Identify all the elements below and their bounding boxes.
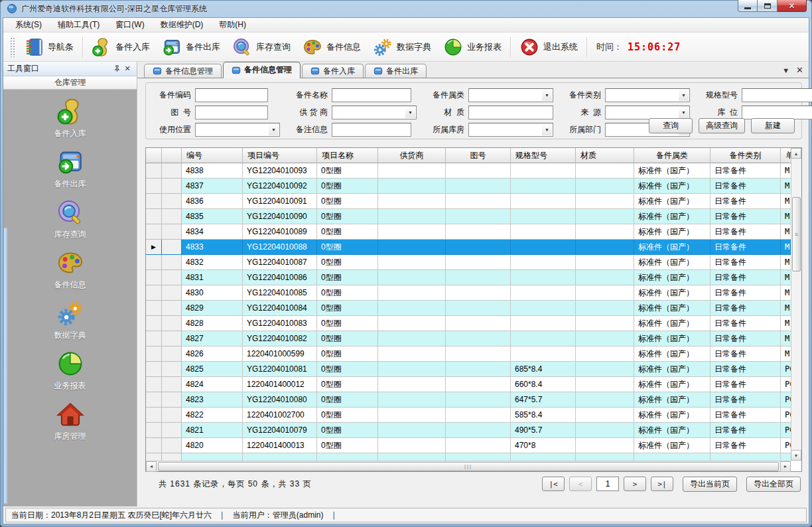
toolbar-exit-system-button[interactable]: 退出系统	[513, 35, 584, 60]
column-header-supplier[interactable]: 供货商	[378, 148, 446, 163]
toolbar-business-report-button[interactable]: 业务报表	[437, 35, 508, 60]
tab-0[interactable]: 备件信息管理	[144, 64, 222, 78]
chevron-down-icon[interactable]: ▼	[405, 107, 415, 118]
chevron-down-icon[interactable]: ▼	[542, 90, 552, 101]
page-number-input[interactable]	[596, 477, 619, 491]
table-row[interactable]: ▶4833YG122040100880型圈标准件（国产）日常备件M	[146, 240, 791, 255]
vertical-scroll-thumb[interactable]: ≡	[792, 197, 801, 271]
sidebar-item-warehouse-mgmt[interactable]: 库房管理	[54, 400, 86, 442]
next-page-button[interactable]: >	[624, 477, 646, 491]
scroll-up-icon[interactable]: ▲	[791, 148, 801, 159]
source-select[interactable]: ▼	[605, 106, 690, 119]
table-row[interactable]: 4831YG122040100860型圈标准件（国产）日常备件M	[146, 270, 791, 285]
toolbar-data-dict-button[interactable]: 数据字典	[367, 35, 437, 60]
toolbar-stock-out-button[interactable]: 备件出库	[156, 35, 226, 60]
new-button[interactable]: 新建	[751, 118, 795, 133]
sidebar-scrollbar[interactable]	[4, 228, 7, 504]
table-row[interactable]: 4835YG122040100900型圈标准件（国产）日常备件M	[146, 209, 791, 224]
table-row[interactable]: 4827YG122040100820型圈标准件（国产）日常备件M	[146, 331, 791, 346]
close-button[interactable]: ✕	[778, 0, 807, 12]
column-header-unit[interactable]: 单位	[781, 148, 791, 163]
sidebar-item-stock-out[interactable]: 备件出库	[54, 148, 86, 190]
menu-help[interactable]: 帮助(H)	[211, 17, 254, 33]
usage-position-select[interactable]: ▼	[195, 123, 280, 137]
tab-2[interactable]: 备件入库	[302, 64, 364, 78]
supplier-select[interactable]: ▼	[332, 106, 417, 119]
scroll-left-icon[interactable]: ◄	[146, 461, 157, 472]
table-row[interactable]: 4828YG122040100830型圈标准件（国产）日常备件M	[146, 316, 791, 331]
chevron-down-icon[interactable]: ▼	[679, 90, 689, 101]
menu-data-maintenance[interactable]: 数据维护(D)	[153, 17, 212, 33]
sidebar-item-stock-in[interactable]: 备件入库	[54, 98, 86, 139]
column-header-material[interactable]: 材质	[576, 148, 634, 163]
toolbar-parts-info-button[interactable]: 备件信息	[297, 35, 367, 60]
chevron-down-icon[interactable]: ▼	[679, 107, 689, 118]
table-row[interactable]: 4823YG122040100800型圈647*5.7标准件（国产）日常备件PC	[146, 392, 791, 408]
maximize-button[interactable]	[758, 0, 778, 12]
sidebar-item-business-report[interactable]: 业务报表	[54, 350, 86, 392]
horizontal-scroll-thumb[interactable]: |||	[158, 462, 779, 471]
prev-page-button[interactable]: <	[569, 477, 592, 491]
menu-system[interactable]: 系统(S)	[7, 17, 50, 33]
column-header-id[interactable]: 编号	[182, 148, 243, 163]
material-input[interactable]	[468, 106, 553, 119]
tab-close-icon[interactable]: ✕	[796, 65, 803, 75]
column-header-name[interactable]: 项目名称	[317, 148, 378, 163]
drawing-no-input[interactable]	[195, 106, 268, 119]
column-header-project[interactable]: 项目编号	[243, 148, 317, 163]
toolbar-grip[interactable]	[10, 37, 15, 57]
part-type-select[interactable]: ▼	[605, 88, 690, 102]
last-page-button[interactable]: >|	[651, 477, 673, 491]
part-code-input[interactable]	[195, 88, 268, 102]
toolbar-nav-bar-button[interactable]: 导航条	[18, 35, 80, 60]
tab-1[interactable]: 备件信息管理	[223, 62, 301, 78]
table-row[interactable]: 4836YG122040100910型圈标准件（国产）日常备件M	[146, 194, 791, 209]
first-page-button[interactable]: |<	[542, 477, 565, 491]
table-row[interactable]: 4830YG122040100850型圈标准件（国产）日常备件M	[146, 285, 791, 301]
toolbar-inventory-query-button[interactable]: 库存查询	[226, 35, 297, 60]
chevron-down-icon[interactable]: ▼	[269, 124, 279, 135]
part-category-select[interactable]: ▼	[468, 88, 553, 102]
storage-location-select[interactable]: ▼	[742, 106, 812, 119]
chevron-down-icon[interactable]: ▼	[542, 124, 552, 135]
table-row[interactable]: 482012204014000130型圈470*8标准件（国产）日常备件PC	[146, 438, 791, 453]
warehouse-select[interactable]: ▼	[468, 123, 553, 137]
query-button[interactable]: 查询	[649, 118, 693, 133]
column-header-category[interactable]: 备件属类	[634, 148, 710, 163]
horizontal-scrollbar[interactable]: ◄ ||| ►	[146, 461, 791, 471]
menu-aux-tools[interactable]: 辅助工具(T)	[50, 17, 107, 33]
column-header-type[interactable]: 备件类别	[710, 148, 781, 163]
advanced-query-button[interactable]: 高级查询	[699, 118, 745, 133]
table-row[interactable]: 4825YG122040100810型圈685*8.4标准件（国产）日常备件PC	[146, 362, 791, 377]
table-row[interactable]: 4829YG122040100840型圈标准件（国产）日常备件M	[146, 301, 791, 316]
sidebar-close-icon[interactable]: ✕	[122, 64, 133, 74]
sidebar-item-parts-info[interactable]: 备件信息	[54, 249, 86, 291]
table-row[interactable]: 482212204010027000型圈585*8.4标准件（国产）日常备件PC	[146, 408, 791, 423]
sidebar-item-data-dict[interactable]: 数据字典	[54, 299, 86, 341]
table-row[interactable]: 482412204014000120型圈660*8.4标准件（国产）日常备件PC	[146, 377, 791, 392]
scroll-right-icon[interactable]: ►	[780, 461, 791, 472]
table-row[interactable]: 4834YG122040100890型圈标准件（国产）日常备件M	[146, 224, 791, 240]
pin-icon[interactable]	[111, 64, 122, 74]
table-row[interactable]: 4838YG122040100930型圈标准件（国产）日常备件M	[146, 163, 791, 179]
sidebar-section-title[interactable]: 仓库管理	[3, 76, 137, 90]
toolbar-stock-in-button[interactable]: 备件入库	[86, 35, 156, 60]
export-current-page-button[interactable]: 导出当前页	[683, 477, 737, 492]
part-name-input[interactable]	[332, 88, 411, 102]
spec-model-select[interactable]: ▼	[742, 88, 812, 102]
scroll-down-icon[interactable]: ▼	[791, 450, 801, 461]
column-header-drawing[interactable]: 图号	[446, 148, 511, 163]
tab-list-dropdown-icon[interactable]: ▼	[782, 66, 789, 74]
export-all-pages-button[interactable]: 导出全部页	[746, 477, 801, 492]
remarks-input[interactable]	[332, 123, 411, 137]
table-row[interactable]: 4837YG122040100920型圈标准件（国产）日常备件M	[146, 179, 791, 194]
column-header-spec[interactable]: 规格型号	[511, 148, 576, 163]
table-row[interactable]: 482612204010005990型圈标准件（国产）日常备件M	[146, 346, 791, 362]
table-row[interactable]: 4821YG122040100790型圈490*5.7标准件（国产）日常备件PC	[146, 423, 791, 438]
tab-3[interactable]: 备件出库	[365, 64, 427, 78]
table-row[interactable]: 4832YG122040100870型圈标准件（国产）日常备件M	[146, 255, 791, 270]
minimize-button[interactable]	[738, 0, 758, 12]
sidebar-item-inventory-query[interactable]: 库存查询	[54, 198, 86, 240]
title-bar[interactable]: 广州爱奇迪软件科技有限公司-深田之星仓库管理系统 ✕	[3, 0, 809, 17]
vertical-scrollbar[interactable]: ▲ ≡ ▼	[791, 148, 801, 461]
